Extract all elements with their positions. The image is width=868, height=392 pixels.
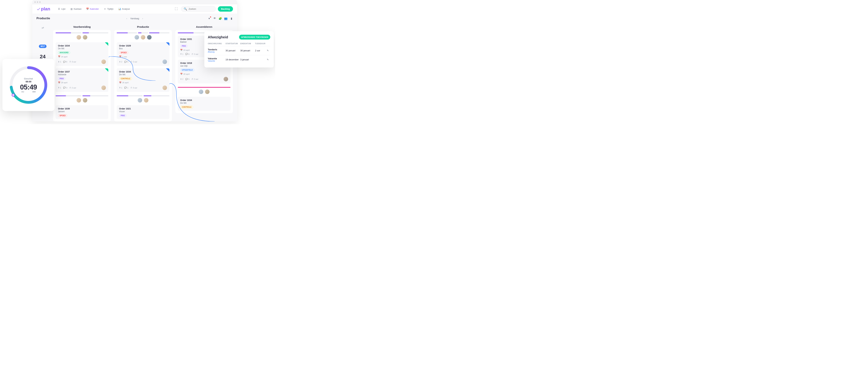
absence-row: Tandarts Afwezig 30 januari 30 januari 2…	[208, 46, 270, 55]
card-sub: De Wit	[180, 102, 228, 104]
avatar[interactable]	[101, 60, 106, 64]
order-card[interactable]: Order 1037 Hofstede PRIO 📅29 april ⬆ 1 💬…	[56, 68, 108, 92]
stat-upload: ⬆ 1	[58, 61, 61, 63]
avatar[interactable]	[83, 35, 88, 40]
nav-tab-analyse[interactable]: 📊 Analyse	[116, 7, 132, 11]
group-header	[117, 95, 169, 103]
stat-upload: ⬆ 1	[180, 53, 183, 55]
nav-tab-label: Analyse	[122, 8, 130, 10]
avatar[interactable]	[101, 86, 106, 90]
timer-estimate: 08:00	[26, 80, 31, 83]
absence-columns: OMSCHRIJVING STARTDATUM EINDDATUM TIJDSD…	[208, 43, 270, 46]
search-box[interactable]: 🔍	[181, 6, 216, 12]
avatar[interactable]	[141, 35, 146, 40]
logo[interactable]: plan	[36, 6, 50, 12]
avatars	[134, 35, 152, 40]
today-label[interactable]: Vandaag	[130, 17, 139, 20]
calendar-mini-icon: 📅	[180, 49, 183, 51]
avatar[interactable]	[83, 98, 88, 103]
column-icon[interactable]: ▮	[230, 17, 233, 20]
avatar[interactable]	[76, 35, 82, 40]
shuffle-icon[interactable]: ⇄	[42, 26, 44, 29]
card-stats: ⬆ 1 💬 6 ⏱ 2 uur	[180, 53, 198, 55]
order-card[interactable]: Order 1029 Bos SPOED 📅7 mei ⬆ 2 💬 5 ⏱ 2 …	[117, 42, 169, 66]
avatar[interactable]	[198, 89, 204, 94]
calendar-mini-icon: 📅	[58, 81, 60, 84]
calendar-mini-icon: 📅	[180, 73, 183, 75]
card-tag: AKKOORD	[58, 51, 70, 54]
edit-icon[interactable]: ✎	[267, 58, 270, 61]
avatar[interactable]	[205, 89, 210, 94]
card-tag: CONTROLE	[180, 106, 193, 108]
absence-end: 3 januari	[240, 58, 255, 61]
nav-tab-kalender[interactable]: 📅 Kalender	[84, 7, 101, 11]
col-header-start: STARTDATUM	[225, 43, 240, 44]
avatar[interactable]	[144, 98, 149, 103]
card-footer: ⬆ 1 💬 3 ⏱ 2 uur	[58, 86, 106, 90]
card-sub: Jansen	[58, 110, 106, 113]
col-header-desc: OMSCHRIJVING	[208, 43, 225, 44]
card-footer: ⬆ 2 💬 5 ⏱ 2 uur	[119, 60, 167, 64]
nav-tab-kanban[interactable]: ▥ Kanban	[68, 7, 84, 11]
fullscreen-icon[interactable]: ⛶	[174, 6, 179, 12]
progress-row	[56, 95, 108, 96]
avatar[interactable]	[137, 98, 143, 103]
kanban-icon: ▥	[70, 8, 73, 10]
card-tag: SPOED	[58, 114, 67, 117]
absence-row: Vakantie Vakantie 19 december 3 januari …	[208, 55, 270, 64]
browser-dot	[37, 1, 38, 3]
order-card[interactable]: Order 1039 Jansen SPOED	[56, 105, 108, 119]
card-sub: De Wit	[58, 47, 106, 50]
absence-add-button[interactable]: AFWEZIGHEID TOEVOEGEN	[239, 35, 270, 39]
column-body: Order 1029 Bos SPOED 📅7 mei ⬆ 2 💬 5 ⏱ 2 …	[114, 30, 172, 122]
calendar-mini-icon: 📅	[58, 56, 60, 58]
progress-row	[117, 95, 169, 96]
nav-tab-tijdlijn[interactable]: ≡ Tijdlijn	[101, 7, 116, 11]
avatar[interactable]	[147, 35, 152, 40]
stat-comment: 💬 5	[185, 78, 189, 80]
progress-bar	[56, 32, 82, 33]
edit-icon[interactable]: ✎	[267, 49, 270, 52]
timer-center: Geschat 08:00 05:49 UU MM	[8, 65, 49, 105]
progress-bar	[149, 32, 169, 33]
card-title: Order 1034	[180, 99, 228, 101]
order-card[interactable]: Order 1034 De Wit CONTROLE	[178, 97, 230, 111]
stat-hours: ⏱ 2 uur	[130, 61, 137, 63]
timer-handle[interactable]	[12, 94, 15, 97]
absence-desc-type[interactable]: Afwezig	[208, 51, 225, 53]
progress-bar	[83, 95, 108, 96]
progress-bar	[178, 87, 230, 88]
backlog-button[interactable]: Backlog	[218, 6, 233, 12]
eye-icon[interactable]: 👁	[213, 17, 216, 20]
progress-bar	[117, 95, 143, 96]
order-card[interactable]: Order 1021 Visser PRIO	[117, 105, 169, 119]
header-right: ⛶ 🔍 Backlog	[174, 6, 233, 12]
avatar[interactable]	[162, 86, 167, 90]
avatar[interactable]	[162, 60, 167, 64]
prev-arrow-icon[interactable]: ‹	[126, 17, 127, 20]
people-icon[interactable]: 👥	[224, 17, 227, 20]
absence-desc: Vakantie Vakantie	[208, 57, 225, 62]
calendar-mini-icon: 📅	[119, 81, 122, 84]
avatar[interactable]	[224, 77, 228, 81]
card-title: Order 1039	[58, 107, 106, 110]
progress-row	[117, 32, 169, 33]
avatar[interactable]	[76, 98, 82, 103]
order-card[interactable]: Order 1034 De Wit CONTROLE 📅26 april ⬆ 1…	[117, 68, 169, 92]
avatar[interactable]	[134, 35, 140, 40]
next-arrow-icon[interactable]: ›	[142, 17, 143, 20]
progress-row	[56, 32, 108, 33]
col-header-dur: TIJDSDUUR	[255, 43, 267, 44]
calendar-icon: 📅	[86, 8, 89, 10]
puzzle-icon[interactable]: 🧩	[219, 17, 222, 20]
search-input[interactable]	[189, 8, 218, 10]
avatars	[76, 98, 88, 103]
card-footer: ⬆ 1 💬 6 ⏱ 3 uur	[58, 60, 106, 64]
card-tag: PRIO	[180, 44, 187, 47]
absence-desc-type[interactable]: Vakantie	[208, 60, 225, 62]
absence-start: 30 januari	[225, 49, 240, 52]
order-card[interactable]: Order 1034 De Wit AKKOORD 📅24 april ⬆ 1 …	[56, 42, 108, 66]
timer-widget: Geschat 08:00 05:49 UU MM	[2, 59, 55, 111]
nav-tab-lijst[interactable]: ☰ Lijst	[56, 7, 67, 11]
filter-icon[interactable]: ▾	[208, 17, 211, 20]
